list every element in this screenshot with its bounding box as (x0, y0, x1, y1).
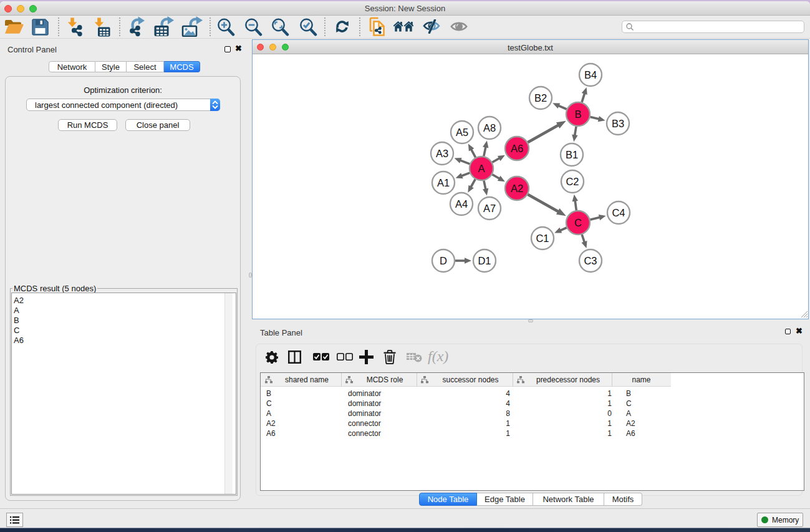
svg-text:A6: A6 (511, 143, 523, 154)
svg-text:A8: A8 (483, 122, 496, 133)
svg-text:A: A (478, 163, 485, 174)
svg-text:B3: B3 (612, 118, 624, 129)
svg-text:D1: D1 (478, 255, 491, 266)
svg-text:A3: A3 (436, 148, 448, 159)
svg-text:B1: B1 (566, 149, 578, 160)
svg-text:A2: A2 (511, 183, 523, 194)
svg-text:A7: A7 (483, 203, 496, 214)
svg-text:A4: A4 (455, 198, 468, 210)
svg-text:C4: C4 (612, 207, 625, 218)
svg-text:C1: C1 (536, 233, 549, 244)
svg-text:A5: A5 (456, 127, 468, 138)
svg-text:B2: B2 (534, 92, 547, 104)
svg-text:C: C (574, 217, 582, 228)
svg-text:D: D (440, 255, 447, 266)
svg-text:A1: A1 (437, 177, 450, 188)
svg-text:C3: C3 (584, 255, 597, 266)
svg-text:C2: C2 (566, 176, 579, 187)
svg-text:B: B (574, 109, 581, 120)
svg-text:B4: B4 (584, 69, 597, 80)
